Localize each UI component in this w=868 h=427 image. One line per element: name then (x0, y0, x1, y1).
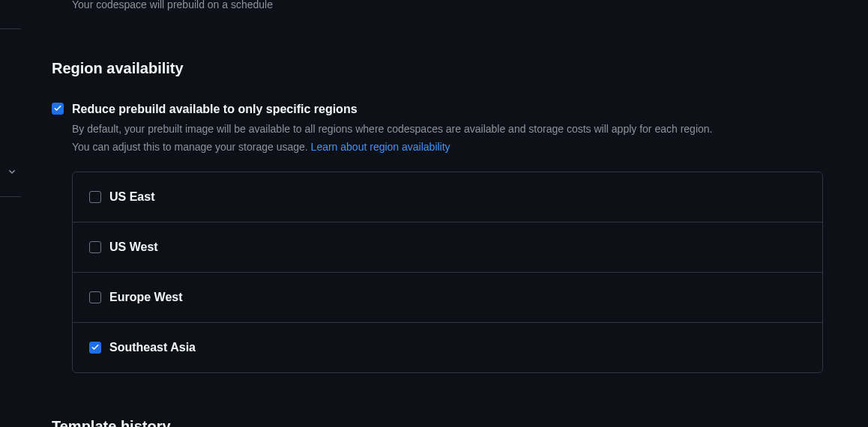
reduce-region-label: Reduce prebuild available to only specif… (72, 101, 358, 118)
region-label-us-west: US West (109, 240, 158, 254)
reduce-region-description: By default, your prebuilt image will be … (72, 121, 823, 157)
chevron-down-icon[interactable] (6, 166, 18, 178)
sidebar-stub (0, 0, 21, 427)
template-history-heading: Template history (52, 418, 823, 427)
region-row-europe-west[interactable]: Europe West (73, 273, 822, 323)
prebuild-schedule-text: Your codespace will prebuild on a schedu… (72, 0, 823, 13)
region-checkbox-southeast-asia[interactable] (89, 342, 101, 354)
learn-region-availability-link[interactable]: Learn about region availability (311, 141, 450, 153)
reduce-region-block: Reduce prebuild available to only specif… (52, 101, 823, 373)
region-label-southeast-asia: Southeast Asia (109, 341, 196, 354)
reduce-region-checkbox[interactable] (52, 103, 64, 115)
main-content: Your codespace will prebuild on a schedu… (0, 0, 868, 427)
sidebar-divider (0, 28, 21, 29)
region-label-europe-west: Europe West (109, 291, 183, 304)
region-checkbox-europe-west[interactable] (89, 291, 101, 303)
region-label-us-east: US East (109, 190, 154, 204)
sidebar-divider (0, 196, 21, 197)
region-checkbox-us-east[interactable] (89, 191, 101, 203)
region-row-us-east[interactable]: US East (73, 172, 822, 222)
region-row-southeast-asia[interactable]: Southeast Asia (73, 323, 822, 372)
region-row-us-west[interactable]: US West (73, 222, 822, 273)
region-availability-heading: Region availability (52, 60, 823, 77)
region-list: US East US West Europe West Southeast As… (72, 172, 823, 373)
region-checkbox-us-west[interactable] (89, 241, 101, 253)
